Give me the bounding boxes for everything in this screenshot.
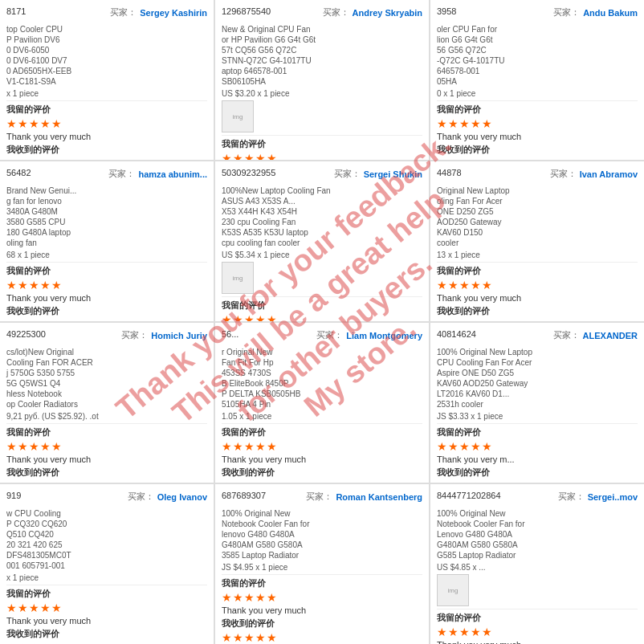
review-card: 8171 买家： Sergey Kashirin top Cooler CPUP… (0, 0, 214, 160)
buyer-name: Liam Montgomery (346, 331, 422, 340)
order-id: 3958 (437, 6, 456, 16)
buyer-label: 买家： (334, 168, 361, 180)
review-card: 56482 买家： hamza abunim... Brand New Genu… (0, 161, 214, 321)
order-id: 56482 (6, 168, 31, 177)
review-card: 919 买家： Oleg Ivanov w CPU CoolingP CQ320… (0, 484, 214, 644)
product-text: 100%New Laptop Cooling FanASUS A43 X53S … (222, 185, 422, 248)
my-review-stars: ★★★★★ (437, 440, 638, 453)
my-review-stars: ★★★★★ (437, 117, 638, 130)
review-text: Thank you very much (6, 293, 207, 303)
order-id: 49225300 (6, 329, 46, 339)
received-stars: ★★★★★ (6, 480, 207, 483)
received-stars: ★★★★★ (222, 480, 422, 483)
received-label: 我收到的评价 (222, 467, 422, 479)
review-card: 50309232955 买家： Sergei Shukin 100%New La… (215, 161, 429, 321)
buyer-label: 买家： (108, 168, 135, 180)
product-text: Original New Laptopoling Fan For AcerONE… (437, 185, 638, 248)
review-card: 49225300 买家： Homich Juriy cs/lot)New Ori… (0, 323, 214, 483)
buyer-label: 买家： (558, 491, 585, 503)
my-review-stars: ★★★★★ (222, 440, 422, 453)
received-label: 我收到的评价 (6, 628, 207, 640)
received-label: 我收到的评价 (6, 144, 207, 156)
price-text: 13 x 1 piece (437, 251, 638, 259)
buyer-label: 买家： (121, 329, 148, 341)
buyer-name: Sergei..mov (588, 492, 638, 502)
product-text: r Original NewFan Fit For Hp453SS 4730SB… (222, 347, 422, 410)
my-review-stars: ★★★★★ (437, 279, 638, 291)
product-image: img (222, 100, 254, 132)
my-review-label: 我留的评价 (437, 265, 638, 277)
my-review-label: 我留的评价 (222, 577, 422, 589)
buyer-name: Ivan Abramov (580, 169, 638, 179)
received-label: 我收到的评价 (437, 144, 638, 156)
review-text: Thank you very m... (437, 454, 638, 464)
review-card: 1296875540 买家： Andrey Skryabin New & Ori… (215, 0, 429, 160)
my-review-label: 我留的评价 (6, 104, 207, 116)
my-review-stars: ★★★★★ (437, 626, 638, 638)
received-label: 我收到的评价 (6, 305, 207, 317)
product-image: img (437, 574, 469, 606)
price-text: x 1 piece (6, 573, 207, 582)
review-text: Thank you very much (437, 640, 638, 644)
price-text: JS $4.95 x 1 piece (222, 563, 422, 572)
order-id: 687689307 (222, 491, 266, 500)
my-review-label: 我留的评价 (6, 588, 207, 600)
my-review-stars: ★★★★★ (6, 440, 207, 453)
my-review-stars: ★★★★★ (6, 601, 207, 614)
buyer-label: 买家： (323, 6, 349, 18)
review-text: Thank you very much (6, 132, 207, 141)
product-image: img (222, 262, 254, 294)
my-review-label: 我留的评价 (6, 265, 207, 277)
received-stars: ★★★★★ (6, 157, 207, 160)
price-text: US $4.85 x ... (437, 563, 638, 572)
buyer-label: 买家： (550, 168, 577, 180)
product-text: top Cooler CPUP Pavilion DV60 DV6-60500 … (6, 24, 207, 87)
review-card: 44878 买家： Ivan Abramov Original New Lapt… (430, 161, 644, 321)
product-text: w CPU CoolingP CQ320 CQ620Q510 CQ42020 3… (6, 508, 207, 571)
my-review-stars: ★★★★★ (222, 313, 422, 321)
my-review-stars: ★★★★★ (222, 152, 422, 160)
buyer-name: Andrey Skryabin (353, 8, 422, 18)
buyer-label: 买家： (553, 6, 580, 18)
product-text: 100% Original New LaptopCPU Cooling Fan … (437, 347, 638, 410)
order-id: 8444771202864 (437, 491, 501, 500)
product-text: oler CPU Fan forlion G6 G4t G6t56 G56 Q7… (437, 24, 638, 87)
received-stars: ★★★★★ (222, 631, 422, 644)
buyer-label: 买家： (553, 329, 580, 341)
product-text: New & Original CPU Fanor HP Pavilion G6 … (222, 24, 422, 87)
product-text: 100% Original NewNotebook Cooler Fan for… (222, 508, 422, 560)
my-review-stars: ★★★★★ (222, 591, 422, 604)
buyer-label: 买家： (316, 329, 343, 341)
my-review-label: 我留的评价 (437, 104, 638, 116)
received-stars: ★★★★★ (437, 319, 638, 321)
buyer-name: Roman Kantsenberg (336, 492, 422, 502)
review-card: 40814624 买家： ALEXANDER 100% Original New… (430, 323, 644, 483)
received-label: 我收到的评价 (437, 305, 638, 317)
review-text: Thank you very much (437, 293, 638, 303)
price-text: 9,21 руб. (US $25.92). .ot (6, 412, 207, 421)
my-review-label: 我留的评价 (6, 426, 207, 438)
review-card: 56... 买家： Liam Montgomery r Original New… (215, 323, 429, 483)
review-text: Thank you very much (222, 605, 422, 615)
price-text: 1.05 x 1 piece (222, 412, 422, 421)
my-review-stars: ★★★★★ (6, 117, 207, 130)
price-text: x 1 piece (6, 89, 207, 98)
received-stars: ★★★★★ (437, 157, 638, 160)
price-text: JS $3.33 x 1 piece (437, 412, 638, 421)
price-text: US $5.34 x 1 piece (222, 251, 422, 259)
received-label: 我收到的评价 (222, 618, 422, 630)
price-text: 68 x 1 piece (6, 251, 207, 259)
buyer-name: Sergey Kashirin (140, 8, 207, 18)
product-text: 100% Original NewNotebook Cooler Fan for… (437, 508, 638, 560)
my-review-label: 我留的评价 (437, 426, 638, 438)
my-review-stars: ★★★★★ (6, 279, 207, 291)
buyer-label: 买家： (128, 491, 154, 503)
review-card: 687689307 买家： Roman Kantsenberg 100% Ori… (215, 484, 429, 644)
buyer-label: 买家： (306, 491, 332, 503)
review-text: Thank you very much (6, 616, 207, 626)
review-card: 3958 买家： Andu Bakum oler CPU Fan forlion… (430, 0, 644, 160)
order-id: 56... (222, 329, 238, 339)
received-stars: ★★★★★ (437, 480, 638, 483)
review-text: Thank you very much (6, 454, 207, 464)
product-text: cs/lot)New OriginalCooling Fan FOR ACERj… (6, 347, 207, 410)
